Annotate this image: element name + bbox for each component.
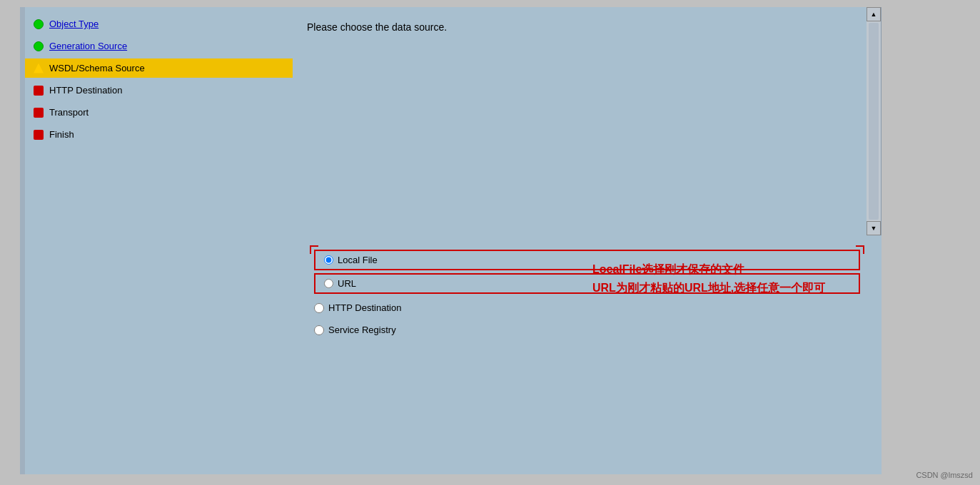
scroll-track xyxy=(869,23,879,220)
status-green-1 xyxy=(34,19,44,29)
main-container: Object Type Generation Source WSDL/Schem… xyxy=(25,7,882,474)
service-registry-option: Service Registry xyxy=(314,322,860,338)
scroll-up-btn[interactable]: ▲ xyxy=(867,7,881,21)
sidebar-label-generation-source: Generation Source xyxy=(49,41,127,51)
info-panel: Please choose the data source. ▲ ▼ xyxy=(293,7,882,235)
sidebar-item-transport[interactable]: Transport xyxy=(25,103,293,122)
sidebar-item-wsdl-schema[interactable]: WSDL/Schema Source xyxy=(25,58,293,78)
sidebar-label-finish: Finish xyxy=(49,129,74,140)
url-label[interactable]: URL xyxy=(338,278,356,289)
service-registry-radio[interactable] xyxy=(314,325,324,335)
watermark: CSDN @lmszsd xyxy=(916,471,973,479)
sidebar-item-object-type[interactable]: Object Type xyxy=(25,14,293,34)
sidebar-item-finish[interactable]: Finish xyxy=(25,125,293,144)
sidebar-label-object-type: Object Type xyxy=(49,19,98,29)
annotation-block: LocalFile选择刚才保存的文件 URL为刚才粘贴的URL地址,选择任意一个… xyxy=(592,260,825,297)
local-file-radio[interactable] xyxy=(324,255,333,265)
status-red-6 xyxy=(34,130,44,140)
info-text: Please choose the data source. xyxy=(307,21,447,33)
sidebar-label-transport: Transport xyxy=(49,107,89,118)
http-destination-label[interactable]: HTTP Destination xyxy=(328,302,401,313)
scroll-down-btn[interactable]: ▼ xyxy=(867,221,881,235)
http-destination-radio[interactable] xyxy=(314,303,324,313)
sidebar-item-http-destination[interactable]: HTTP Destination xyxy=(25,81,293,100)
scrollbar[interactable]: ▲ ▼ xyxy=(867,7,881,235)
local-file-label[interactable]: Local File xyxy=(338,255,378,265)
content-area: Please choose the data source. ▲ ▼ Local… xyxy=(293,7,882,474)
status-yellow-3 xyxy=(34,63,44,73)
corner-tr-mark xyxy=(856,245,864,254)
sidebar-label-http-destination: HTTP Destination xyxy=(49,85,122,96)
sidebar-label-wsdl-schema: WSDL/Schema Source xyxy=(49,63,145,73)
annotation-line1: LocalFile选择刚才保存的文件 xyxy=(592,260,825,279)
service-registry-label[interactable]: Service Registry xyxy=(328,325,396,335)
url-radio[interactable] xyxy=(324,279,333,288)
status-red-4 xyxy=(34,86,44,96)
corner-tl-mark xyxy=(310,245,318,254)
status-red-5 xyxy=(34,108,44,118)
wizard-sidebar: Object Type Generation Source WSDL/Schem… xyxy=(25,7,293,474)
http-destination-option: HTTP Destination xyxy=(314,300,860,316)
annotation-line2: URL为刚才粘贴的URL地址,选择任意一个即可 xyxy=(592,279,825,297)
sidebar-item-generation-source[interactable]: Generation Source xyxy=(25,36,293,56)
status-green-2 xyxy=(34,41,44,51)
